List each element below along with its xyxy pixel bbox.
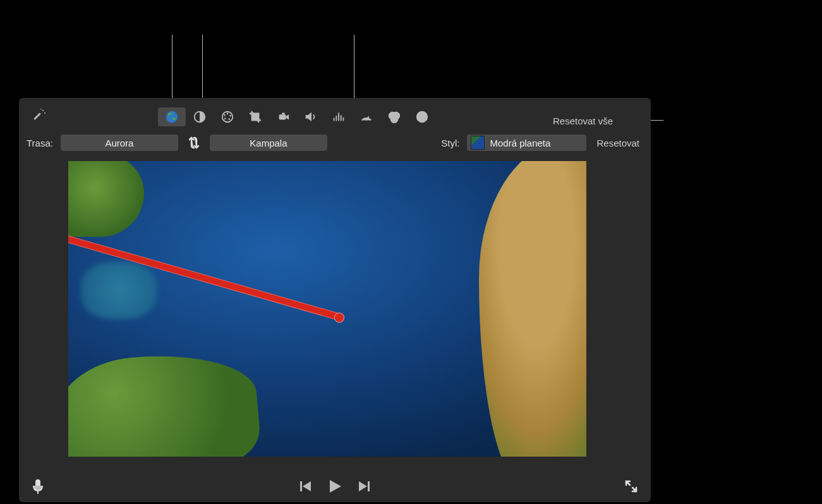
swap-route-button[interactable] xyxy=(184,136,203,150)
svg-rect-0 xyxy=(33,112,41,120)
svg-point-7 xyxy=(227,113,229,115)
svg-rect-29 xyxy=(368,481,370,491)
svg-point-1 xyxy=(42,110,44,111)
svg-point-10 xyxy=(224,117,226,119)
svg-rect-13 xyxy=(282,113,285,115)
noise-reduction-tool[interactable] xyxy=(325,107,353,126)
map-preview[interactable] xyxy=(68,161,586,457)
svg-rect-12 xyxy=(279,114,286,119)
style-thumbnail-icon xyxy=(471,136,485,150)
volume-tool[interactable] xyxy=(297,107,325,126)
playback-controls xyxy=(299,478,371,495)
svg-rect-18 xyxy=(342,117,344,121)
voiceover-button[interactable] xyxy=(32,478,44,495)
style-group: Styl: Modrá planeta Resetovat xyxy=(441,135,643,151)
svg-point-3 xyxy=(40,109,42,110)
tool-icons-row xyxy=(158,107,436,126)
magic-wand-button[interactable] xyxy=(32,108,47,123)
svg-point-9 xyxy=(228,118,230,120)
style-label: Styl: xyxy=(441,138,459,148)
map-style-dropdown[interactable]: Modrá planeta xyxy=(467,135,586,151)
svg-point-11 xyxy=(224,114,226,116)
route-label: Trasa: xyxy=(27,138,53,148)
svg-rect-28 xyxy=(300,481,302,491)
reset-all-button[interactable]: Resetovat vše xyxy=(553,116,613,126)
route-controls-row: Trasa: Aurora Kampala Styl: Modrá planet… xyxy=(19,132,651,153)
inspector-panel: Resetovat vše Trasa: Aurora Kampala Styl… xyxy=(19,98,651,502)
stabilization-tool[interactable] xyxy=(269,107,297,126)
svg-rect-16 xyxy=(338,113,339,121)
color-correction-tool[interactable] xyxy=(214,107,241,126)
playback-bar xyxy=(19,471,651,502)
speed-tool[interactable] xyxy=(353,107,380,126)
previous-button[interactable] xyxy=(299,479,313,493)
svg-rect-14 xyxy=(334,118,335,121)
adjustments-toolbar: Resetovat vše xyxy=(19,104,651,129)
info-tool[interactable] xyxy=(408,107,436,126)
caribbean-shallows xyxy=(81,262,157,319)
fullscreen-button[interactable] xyxy=(624,479,638,493)
color-balance-tool[interactable] xyxy=(186,107,214,126)
svg-point-4 xyxy=(166,111,178,123)
route-start-field[interactable]: Aurora xyxy=(61,135,178,151)
next-button[interactable] xyxy=(357,479,371,493)
svg-rect-17 xyxy=(341,115,342,121)
svg-point-8 xyxy=(229,115,231,117)
route-end-field[interactable]: Kampala xyxy=(210,135,327,151)
svg-point-25 xyxy=(421,114,423,115)
reset-style-button[interactable]: Resetovat xyxy=(593,138,643,148)
filters-tool[interactable] xyxy=(380,107,408,126)
crop-tool[interactable] xyxy=(241,107,269,126)
svg-rect-15 xyxy=(335,116,337,121)
style-value: Modrá planeta xyxy=(490,138,550,148)
africa-land xyxy=(479,161,586,457)
svg-point-22 xyxy=(391,116,398,123)
globe-tool[interactable] xyxy=(158,107,186,126)
svg-point-2 xyxy=(44,112,45,114)
play-button[interactable] xyxy=(327,478,343,495)
